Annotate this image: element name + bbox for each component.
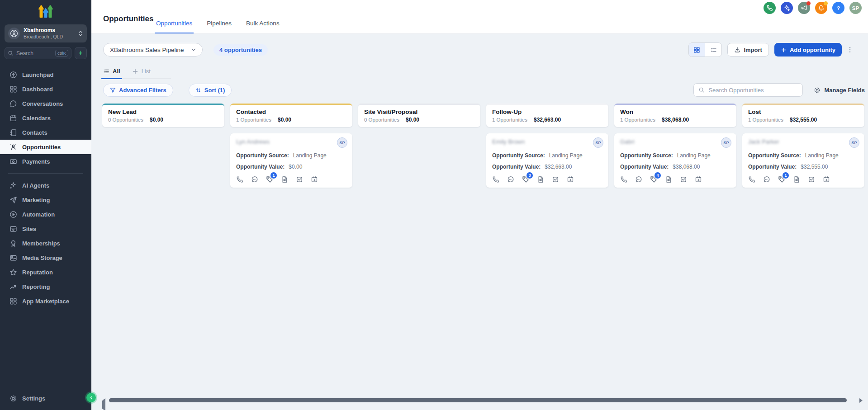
sidebar-item-calendars[interactable]: Calendars: [0, 111, 91, 125]
account-switcher[interactable]: Xbathrooms Broadbeach , QLD: [5, 24, 87, 42]
note-icon[interactable]: [537, 176, 544, 183]
task-icon[interactable]: [680, 176, 687, 183]
opportunity-card[interactable]: Lyn Andrews SP Opportunity Source: Landi…: [230, 133, 352, 188]
phone-icon: [766, 5, 773, 11]
task-icon[interactable]: [808, 176, 815, 183]
assignee-avatar: SP: [593, 137, 603, 148]
scroll-left-arrow-secondary[interactable]: [102, 399, 105, 410]
calendar-plus-icon[interactable]: [311, 176, 318, 183]
sidebar-item-sites[interactable]: Sites: [0, 221, 91, 236]
column-header[interactable]: New Lead 0 Opportunities $0.00: [102, 104, 224, 127]
grid-icon: [693, 47, 700, 53]
tab-add-list[interactable]: List: [132, 68, 151, 78]
phone-icon[interactable]: [236, 176, 243, 183]
import-button[interactable]: Import: [727, 43, 768, 57]
tab-pipelines[interactable]: Pipelines: [205, 20, 233, 33]
scrollbar-track[interactable]: [108, 398, 857, 402]
sidebar-item-settings[interactable]: Settings: [0, 391, 91, 405]
pipeline-select[interactable]: XBathrooms Sales Pipeline: [103, 43, 203, 57]
board-toolbar: XBathrooms Sales Pipeline 4 opportunitie…: [91, 34, 868, 57]
calendar-plus-icon[interactable]: [695, 176, 702, 183]
bolt-icon: [77, 50, 84, 57]
manage-fields-button[interactable]: Manage Fields: [814, 87, 865, 94]
sidebar-item-reputation[interactable]: Reputation: [0, 265, 91, 279]
column-header[interactable]: Lost 1 Opportunities $32,555.00: [742, 104, 864, 127]
search-opportunities-input[interactable]: [708, 87, 798, 94]
main-content: Opportunities OpportunitiesPipelinesBulk…: [91, 0, 868, 410]
phone-icon[interactable]: [748, 176, 755, 183]
opportunity-source-label: Opportunity Source:: [748, 152, 801, 159]
quick-actions-button[interactable]: [75, 47, 87, 59]
phone-icon[interactable]: [620, 176, 627, 183]
sidebar-item-ai-agents[interactable]: AI Agents: [0, 178, 91, 193]
sidebar-item-label: Launchpad: [22, 71, 53, 78]
grid-view-button[interactable]: [689, 43, 705, 57]
column-cards: Emily Brown SP Opportunity Source: Landi…: [486, 133, 608, 188]
opportunity-source-value: Landing Page: [293, 152, 327, 159]
profile-button[interactable]: SP: [849, 2, 862, 14]
ai-assistant-button[interactable]: [781, 2, 793, 14]
star-icon: [9, 269, 17, 276]
sidebar-search-input[interactable]: Search ctrlK: [5, 47, 71, 59]
chevron-left-icon: [89, 395, 94, 401]
sidebar-item-payments[interactable]: Payments: [0, 154, 91, 169]
phone-icon[interactable]: [492, 176, 499, 183]
sidebar-item-memberships[interactable]: Memberships: [0, 236, 91, 250]
sidebar-item-automation[interactable]: Automation: [0, 207, 91, 221]
sort-button[interactable]: Sort (1): [189, 84, 232, 97]
more-options-button[interactable]: [846, 46, 854, 53]
scroll-right-arrow[interactable]: [859, 398, 863, 403]
scrollbar-thumb[interactable]: [109, 398, 847, 402]
tag-icon[interactable]: 3: [522, 176, 529, 183]
sidebar-item-label: Media Storage: [22, 254, 62, 261]
tag-icon[interactable]: 1: [778, 176, 785, 183]
calendar-plus-icon[interactable]: [567, 176, 574, 183]
calendar-plus-icon[interactable]: [823, 176, 830, 183]
sidebar-item-media-storage[interactable]: Media Storage: [0, 250, 91, 265]
sidebar-item-contacts[interactable]: Contacts: [0, 125, 91, 140]
chat-dots-icon[interactable]: [251, 176, 258, 183]
opportunity-card[interactable]: Jack Parker SP Opportunity Source: Landi…: [742, 133, 864, 188]
assignee-avatar: SP: [849, 137, 859, 148]
column-header[interactable]: Contacted 1 Opportunities $0.00: [230, 104, 352, 127]
column-header[interactable]: Won 1 Opportunities $38,068.00: [614, 104, 736, 127]
note-icon[interactable]: [281, 176, 288, 183]
tag-icon[interactable]: 4: [650, 176, 657, 183]
column-header[interactable]: Follow-Up 1 Opportunities $32,663.00: [486, 104, 608, 127]
sidebar-item-launchpad[interactable]: Launchpad: [0, 67, 91, 82]
advanced-filters-button[interactable]: Advanced Filters: [103, 84, 173, 97]
sidebar-item-marketing[interactable]: Marketing: [0, 193, 91, 207]
sidebar-item-opportunities[interactable]: Opportunities: [0, 140, 91, 154]
tag-icon[interactable]: 1: [266, 176, 273, 183]
announcements-button[interactable]: [798, 2, 810, 14]
tab-opportunities[interactable]: Opportunities: [155, 20, 194, 33]
task-icon[interactable]: [296, 176, 303, 183]
add-opportunity-button[interactable]: Add opportunity: [774, 43, 842, 57]
sidebar-item-app-marketplace[interactable]: App Marketplace: [0, 294, 91, 308]
chat-dots-icon[interactable]: [763, 176, 770, 183]
tab-bulk-actions[interactable]: Bulk Actions: [245, 20, 281, 33]
list-view-button[interactable]: [705, 43, 721, 57]
phone-button[interactable]: [764, 2, 776, 14]
task-icon[interactable]: [552, 176, 559, 183]
sidebar-collapse-button[interactable]: [86, 393, 96, 402]
sidebar-item-conversations[interactable]: Conversations: [0, 96, 91, 111]
column-header[interactable]: Site Visit/Proposal 0 Opportunities $0.0…: [358, 104, 480, 127]
chat-dots-icon[interactable]: [507, 176, 514, 183]
opportunity-value-label: Opportunity Value:: [236, 164, 285, 170]
tab-all[interactable]: All: [103, 68, 120, 78]
notifications-button[interactable]: [815, 2, 827, 14]
chat-dots-icon[interactable]: [635, 176, 642, 183]
sidebar-item-label: Calendars: [22, 115, 51, 122]
column-count: 0 Opportunities: [364, 117, 399, 123]
note-icon[interactable]: [665, 176, 672, 183]
sidebar-item-dashboard[interactable]: Dashboard: [0, 82, 91, 96]
kanban-column: Site Visit/Proposal 0 Opportunities $0.0…: [358, 104, 480, 384]
opportunity-card[interactable]: Emily Brown SP Opportunity Source: Landi…: [486, 133, 608, 188]
help-button[interactable]: ?: [832, 2, 844, 14]
notification-dot: [806, 1, 811, 5]
opportunity-card[interactable]: Gabri SP Opportunity Source: Landing Pag…: [614, 133, 736, 188]
sidebar-item-reporting[interactable]: Reporting: [0, 279, 91, 294]
opportunity-source-value: Landing Page: [805, 152, 839, 159]
note-icon[interactable]: [793, 176, 800, 183]
